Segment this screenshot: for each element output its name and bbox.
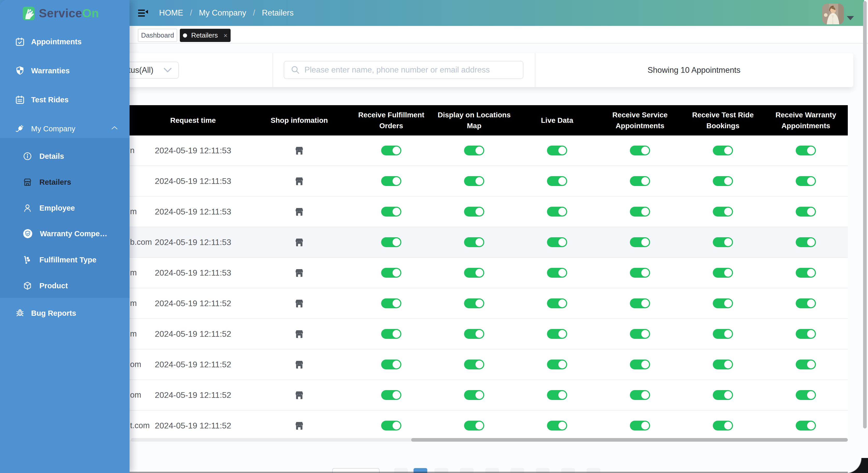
receive-fulfillment-orders-toggle[interactable]: [381, 237, 401, 247]
receive-service-appointments-toggle[interactable]: [630, 329, 650, 339]
live-data-toggle[interactable]: [547, 146, 567, 155]
receive-warranty-appointments-toggle[interactable]: [796, 390, 816, 400]
display-on-locations-map-toggle[interactable]: [464, 146, 484, 155]
search-input[interactable]: [304, 65, 523, 75]
profile-caret-down-icon[interactable]: [847, 16, 854, 20]
sidebar-item-retailers[interactable]: Retailers: [0, 169, 129, 195]
toggle-knob: [641, 177, 649, 185]
display-on-locations-map-cell: [433, 207, 516, 217]
user-avatar[interactable]: [822, 4, 844, 24]
receive-fulfillment-orders-toggle[interactable]: [381, 298, 401, 308]
sidebar-item-details[interactable]: Details: [0, 143, 129, 169]
breadcrumb-home[interactable]: HOME: [159, 8, 183, 18]
receive-fulfillment-orders-cell: [350, 146, 433, 155]
receive-service-appointments-toggle[interactable]: [630, 146, 650, 155]
display-on-locations-map-toggle[interactable]: [464, 359, 484, 369]
tab-dashboard[interactable]: Dashboard: [138, 29, 177, 42]
live-data-toggle[interactable]: [547, 329, 567, 339]
receive-service-appointments-toggle[interactable]: [630, 359, 650, 369]
display-on-locations-map-toggle[interactable]: [464, 237, 484, 247]
receive-test-ride-bookings-toggle[interactable]: [713, 421, 733, 431]
app-logo: ServiceOn: [23, 6, 99, 21]
horizontal-scrollbar-thumb[interactable]: [411, 438, 848, 442]
receive-warranty-appointments-toggle[interactable]: [796, 268, 816, 278]
display-on-locations-map-toggle[interactable]: [464, 390, 484, 400]
receive-warranty-appointments-cell: [764, 207, 847, 217]
sidebar-item-test-rides[interactable]: Test Rides: [0, 87, 129, 113]
sidebar-item-employee[interactable]: Employee: [0, 195, 129, 221]
toggle-knob: [475, 330, 483, 338]
receive-service-appointments-toggle[interactable]: [630, 237, 650, 247]
receive-service-appointments-toggle[interactable]: [630, 421, 650, 431]
tab-retailers[interactable]: Retailers ×: [180, 29, 230, 42]
receive-test-ride-bookings-cell: [681, 176, 764, 186]
sidebar-item-warranties[interactable]: Warranties: [0, 58, 129, 84]
vertical-scrollbar-thumb[interactable]: [863, 1, 867, 429]
receive-fulfillment-orders-toggle[interactable]: [381, 359, 401, 369]
live-data-toggle[interactable]: [547, 268, 567, 278]
receive-fulfillment-orders-toggle[interactable]: [381, 207, 401, 217]
storefront-icon: [294, 206, 305, 217]
live-data-toggle[interactable]: [547, 359, 567, 369]
live-data-toggle[interactable]: [547, 421, 567, 431]
receive-test-ride-bookings-toggle[interactable]: [713, 146, 733, 155]
tab-close-icon[interactable]: ×: [224, 32, 227, 39]
shop-information-cell: [249, 206, 350, 217]
display-on-locations-map-toggle[interactable]: [464, 421, 484, 431]
sidebar-item-product[interactable]: Product: [0, 273, 129, 299]
receive-service-appointments-toggle[interactable]: [630, 207, 650, 217]
live-data-toggle[interactable]: [547, 176, 567, 186]
receive-fulfillment-orders-toggle[interactable]: [381, 421, 401, 431]
receive-warranty-appointments-toggle[interactable]: [796, 298, 816, 308]
toggle-knob: [475, 391, 483, 399]
live-data-toggle[interactable]: [547, 207, 567, 217]
toggle-knob: [641, 238, 649, 246]
display-on-locations-map-toggle[interactable]: [464, 207, 484, 217]
receive-warranty-appointments-toggle[interactable]: [796, 329, 816, 339]
receive-test-ride-bookings-toggle[interactable]: [713, 298, 733, 308]
display-on-locations-map-toggle[interactable]: [464, 329, 484, 339]
sidebar-item-appointments[interactable]: Appointments: [0, 29, 129, 55]
receive-fulfillment-orders-toggle[interactable]: [381, 268, 401, 278]
live-data-toggle[interactable]: [547, 298, 567, 308]
sidebar-item-bug-reports[interactable]: Bug Reports: [0, 300, 129, 326]
receive-warranty-appointments-toggle[interactable]: [796, 421, 816, 431]
sidebar-item-warranty-companies[interactable]: Warranty Compe…: [0, 221, 129, 247]
column-header-display-on-locations-map: Display on Locations Map: [433, 109, 516, 131]
receive-service-appointments-toggle[interactable]: [630, 298, 650, 308]
display-on-locations-map-toggle[interactable]: [464, 176, 484, 186]
receive-test-ride-bookings-toggle[interactable]: [713, 237, 733, 247]
receive-fulfillment-orders-toggle[interactable]: [381, 146, 401, 155]
receive-fulfillment-orders-toggle[interactable]: [381, 329, 401, 339]
toggle-knob: [393, 269, 400, 277]
receive-warranty-appointments-toggle[interactable]: [796, 146, 816, 155]
sidebar-item-my-company[interactable]: My Company: [0, 116, 129, 142]
receive-service-appointments-cell: [598, 298, 681, 308]
sidebar-item-fulfillment-type[interactable]: Fulfillment Type: [0, 247, 129, 273]
receive-test-ride-bookings-toggle[interactable]: [713, 176, 733, 186]
receive-test-ride-bookings-toggle[interactable]: [713, 329, 733, 339]
receive-warranty-appointments-toggle[interactable]: [796, 359, 816, 369]
receive-fulfillment-orders-toggle[interactable]: [381, 390, 401, 400]
menu-fold-icon[interactable]: [138, 9, 148, 17]
receive-test-ride-bookings-toggle[interactable]: [713, 268, 733, 278]
breadcrumb-my-company[interactable]: My Company: [199, 8, 246, 18]
receive-test-ride-bookings-toggle[interactable]: [713, 207, 733, 217]
display-on-locations-map-toggle[interactable]: [464, 268, 484, 278]
live-data-toggle[interactable]: [547, 237, 567, 247]
receive-service-appointments-toggle[interactable]: [630, 390, 650, 400]
display-on-locations-map-cell: [433, 298, 516, 308]
receive-service-appointments-toggle[interactable]: [630, 268, 650, 278]
display-on-locations-map-toggle[interactable]: [464, 298, 484, 308]
receive-warranty-appointments-toggle[interactable]: [796, 176, 816, 186]
receive-warranty-appointments-toggle[interactable]: [796, 207, 816, 217]
window-corner: [846, 458, 868, 473]
receive-test-ride-bookings-toggle[interactable]: [713, 390, 733, 400]
shield-badge-icon: [23, 229, 33, 239]
receive-warranty-appointments-toggle[interactable]: [796, 237, 816, 247]
request-time-cell: 2024-05-19 12:11:53: [137, 146, 249, 155]
receive-fulfillment-orders-toggle[interactable]: [381, 176, 401, 186]
live-data-toggle[interactable]: [547, 390, 567, 400]
receive-service-appointments-toggle[interactable]: [630, 176, 650, 186]
receive-test-ride-bookings-toggle[interactable]: [713, 359, 733, 369]
